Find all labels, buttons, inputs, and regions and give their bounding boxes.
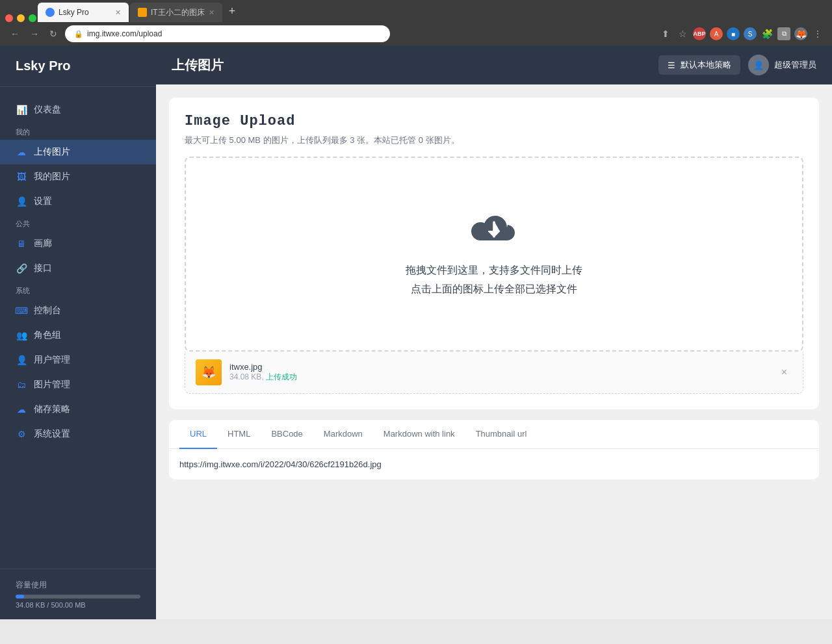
ext2-icon[interactable]: ■ [727, 27, 740, 40]
cloud-upload-icon [468, 209, 520, 251]
file-status: 上传成功 [266, 372, 297, 381]
tabs-bar: Lsky Pro ✕ IT王小二的图床 ✕ + [0, 0, 832, 22]
sidebar-item-sysset[interactable]: ⚙ 系统设置 [0, 422, 156, 446]
tab-it-close[interactable]: ✕ [209, 8, 214, 17]
api-icon: 🔗 [16, 263, 27, 274]
user-label: 超级管理员 [774, 59, 816, 71]
ext3-icon[interactable]: S [744, 27, 757, 40]
address-input[interactable]: 🔒 img.itwxe.com/upload [65, 25, 390, 42]
secure-icon: 🔒 [74, 30, 83, 38]
sidebar: Lsky Pro 📊 仪表盘 我的 ☁ 上传图片 🖼 我的图片 👤 设置 公共 [0, 45, 156, 619]
topbar-right: ☰ 默认本地策略 👤 超级管理员 [658, 55, 816, 75]
user-info[interactable]: 👤 超级管理员 [748, 55, 816, 75]
it-favicon [138, 8, 147, 17]
link-content: https://img.itwxe.com/i/2022/04/30/626cf… [169, 449, 819, 480]
sidebar-item-imgmgmt-label: 图片管理 [34, 379, 70, 391]
sidebar-item-settings-label: 设置 [34, 196, 52, 207]
imgmgmt-icon: 🗂 [16, 379, 27, 391]
link-url-value[interactable]: https://img.itwxe.com/i/2022/04/30/626cf… [179, 459, 809, 469]
back-button[interactable]: ← [8, 27, 22, 40]
tab-lsky[interactable]: Lsky Pro ✕ [38, 3, 129, 22]
sidebar-item-api-label: 接口 [34, 263, 52, 274]
tab-lsky-close[interactable]: ✕ [115, 8, 121, 17]
sidebar-item-images-label: 我的图片 [34, 171, 70, 183]
thumb-image: 🦊 [196, 359, 222, 385]
menu-icon[interactable]: ⋮ [811, 27, 824, 40]
link-tabs: URL HTML BBCode Markdown Markdown with l… [169, 420, 819, 449]
dashboard-icon: 📊 [16, 104, 27, 116]
sidebar-item-imgmgmt[interactable]: 🗂 图片管理 [0, 372, 156, 397]
app-container: Lsky Pro 📊 仪表盘 我的 ☁ 上传图片 🖼 我的图片 👤 设置 公共 [0, 45, 832, 619]
sidebar-item-api[interactable]: 🔗 接口 [0, 256, 156, 281]
dropzone-text: 拖拽文件到这里，支持多文件同时上传 点击上面的图标上传全部已选择文件 [406, 261, 582, 299]
users-icon: 👤 [16, 354, 27, 366]
sidebar-item-storage[interactable]: ☁ 储存策略 [0, 397, 156, 422]
sidebar-item-dashboard[interactable]: 📊 仪表盘 [0, 97, 156, 122]
ext1-icon[interactable]: A [710, 27, 723, 40]
sidebar-item-sysset-label: 系统设置 [34, 428, 70, 440]
file-name: itwxe.jpg [229, 362, 768, 372]
section-system-label: 系统 [0, 281, 156, 298]
content-area: Image Upload 最大可上传 5.00 MB 的图片，上传队列最多 3 … [156, 84, 832, 619]
dropzone[interactable]: 拖拽文件到这里，支持多文件同时上传 点击上面的图标上传全部已选择文件 [185, 157, 803, 352]
sidebar-item-storage-label: 储存策略 [34, 404, 70, 415]
sidebar-item-gallery-label: 画廊 [34, 238, 52, 250]
puzzle-icon[interactable]: 🧩 [760, 27, 774, 40]
file-info: itwxe.jpg 34.08 KB, 上传成功 [229, 362, 768, 383]
page-title: 上传图片 [172, 57, 224, 74]
settings-icon: 👤 [16, 196, 27, 207]
minimize-traffic-light[interactable] [17, 14, 25, 22]
capacity-bar-fill [16, 595, 24, 599]
lsky-favicon [46, 8, 55, 17]
tab-markdown-link[interactable]: Markdown with link [373, 420, 465, 449]
sidebar-item-console[interactable]: ⌨ 控制台 [0, 298, 156, 323]
section-public-label: 公共 [0, 214, 156, 231]
forward-button[interactable]: → [27, 27, 42, 40]
tab-url[interactable]: URL [179, 420, 217, 449]
upload-card: Image Upload 最大可上传 5.00 MB 的图片，上传队列最多 3 … [169, 97, 819, 409]
strategy-icon: ☰ [668, 60, 675, 70]
sidebar-logo: Lsky Pro [0, 45, 156, 87]
maximize-traffic-light[interactable] [29, 14, 36, 22]
gallery-icon: 🖥 [16, 238, 27, 250]
tab-it[interactable]: IT王小二的图床 ✕ [130, 3, 222, 22]
browser-chrome: Lsky Pro ✕ IT王小二的图床 ✕ + ← → ↻ 🔒 img.itwx… [0, 0, 832, 45]
sidebar-item-images[interactable]: 🖼 我的图片 [0, 164, 156, 189]
upload-item: 🦊 itwxe.jpg 34.08 KB, 上传成功 × [185, 352, 803, 394]
bookmark-icon[interactable]: ☆ [676, 27, 689, 40]
split-icon[interactable]: ⧉ [777, 27, 790, 40]
sidebar-item-users[interactable]: 👤 用户管理 [0, 348, 156, 372]
strategy-button[interactable]: ☰ 默认本地策略 [658, 55, 740, 75]
avatar: 👤 [748, 55, 769, 75]
address-bar: ← → ↻ 🔒 img.itwxe.com/upload ⬆ ☆ ABP A ■… [0, 22, 832, 45]
user-avatar-icon[interactable]: 🦊 [794, 27, 807, 40]
sidebar-item-gallery[interactable]: 🖥 画廊 [0, 231, 156, 256]
file-remove-button[interactable]: × [776, 364, 792, 381]
storage-icon: ☁ [16, 404, 27, 415]
adblock-icon[interactable]: ABP [693, 27, 706, 40]
close-traffic-light[interactable] [5, 14, 13, 22]
tab-html[interactable]: HTML [217, 420, 261, 449]
upload-subtitle: 最大可上传 5.00 MB 的图片，上传队列最多 3 张。本站已托管 0 张图片… [185, 135, 803, 146]
file-thumbnail: 🦊 [196, 359, 222, 385]
upload-title: Image Upload [185, 113, 803, 129]
sysset-icon: ⚙ [16, 428, 27, 440]
share-icon[interactable]: ⬆ [659, 27, 672, 40]
sidebar-footer: 容量使用 34.08 KB / 500.00 MB [0, 569, 156, 619]
sidebar-item-roles[interactable]: 👥 角色组 [0, 323, 156, 348]
sidebar-item-console-label: 控制台 [34, 305, 61, 316]
tab-thumbnail[interactable]: Thumbnail url [465, 420, 538, 449]
sidebar-item-upload[interactable]: ☁ 上传图片 [0, 140, 156, 164]
sidebar-item-upload-label: 上传图片 [34, 146, 70, 158]
main-content: 上传图片 ☰ 默认本地策略 👤 超级管理员 Image Upload 最大可上传… [156, 45, 832, 619]
capacity-label: 容量使用 [16, 580, 140, 591]
topbar: 上传图片 ☰ 默认本地策略 👤 超级管理员 [156, 45, 832, 84]
console-icon: ⌨ [16, 305, 27, 316]
tab-markdown[interactable]: Markdown [313, 420, 373, 449]
browser-toolbar: ⬆ ☆ ABP A ■ S 🧩 ⧉ 🦊 ⋮ [659, 27, 824, 40]
new-tab-button[interactable]: + [224, 5, 241, 18]
tab-bbcode[interactable]: BBCode [261, 420, 313, 449]
sidebar-item-settings[interactable]: 👤 设置 [0, 189, 156, 214]
reload-button[interactable]: ↻ [47, 27, 60, 40]
strategy-label: 默认本地策略 [681, 59, 731, 71]
